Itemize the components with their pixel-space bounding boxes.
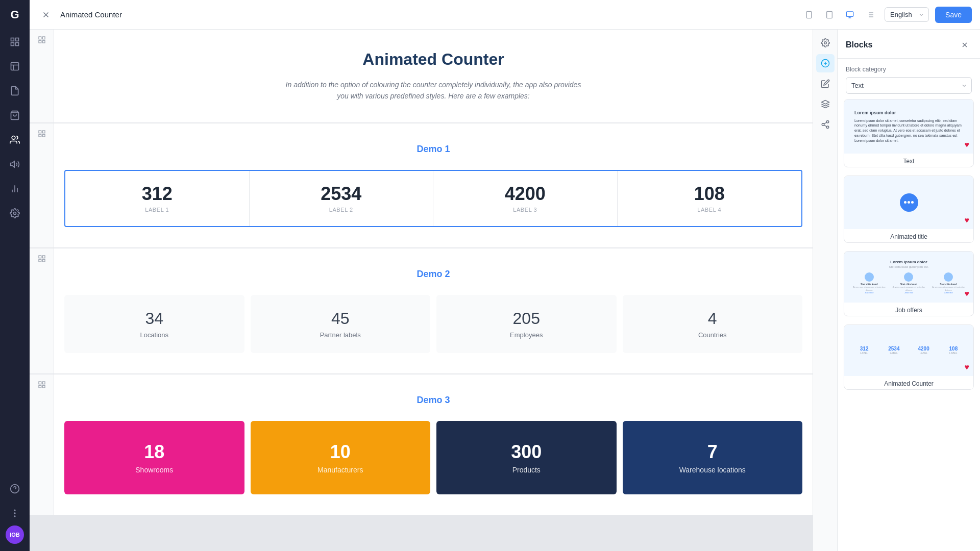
animated-counter-block-heart-icon[interactable]: ♥	[965, 363, 970, 372]
job-person-link-1[interactable]: Justo duo	[890, 291, 928, 294]
animated-title-block-heart-icon[interactable]: ♥	[965, 216, 970, 225]
job-preview-item-2: Stet clita kasd At vero eos et accusam e…	[929, 272, 967, 293]
svg-rect-43	[42, 259, 45, 262]
svg-rect-23	[846, 12, 853, 16]
blocks-panel-close-button[interactable]	[958, 38, 972, 52]
job-preview-item-0: Stet clita kasd At vero eos et accusam e…	[850, 272, 888, 293]
add-block-tool-button[interactable]	[816, 54, 835, 72]
layers-tool-button[interactable]	[816, 95, 835, 113]
job-offers-block-label: Job offers	[844, 303, 973, 316]
svg-point-11	[14, 212, 16, 215]
job-offers-block-heart-icon[interactable]: ♥	[965, 289, 970, 298]
share-tool-button[interactable]	[816, 115, 835, 134]
right-toolbar	[813, 30, 837, 551]
section-handle-demo3[interactable]	[30, 374, 54, 515]
demo2-content: Demo 2 34 Locations 45 Partner labels	[54, 248, 813, 373]
language-select[interactable]: English French Spanish	[885, 7, 929, 22]
dot-2	[908, 201, 910, 204]
job-avatar-icon-0	[865, 272, 874, 282]
svg-rect-21	[827, 11, 832, 18]
sidebar-item-help[interactable]	[0, 477, 30, 501]
counter-preview-label-1: LABEL	[880, 352, 908, 355]
job-preview-grid: Stet clita kasd At vero eos et accusam e…	[850, 272, 967, 293]
tablet-view-button[interactable]	[821, 7, 838, 23]
demo2-heading: Demo 2	[64, 269, 802, 280]
animated-title-block-preview: ♥	[844, 176, 973, 229]
demo3-heading: Demo 3	[64, 395, 802, 406]
close-button[interactable]	[38, 7, 54, 23]
job-person-link-2[interactable]: Justo duo	[929, 291, 967, 294]
demo1-label-2: LABEL 3	[513, 207, 537, 213]
animated-title-block-item[interactable]: ♥ Animated title	[844, 176, 974, 243]
desktop-view-button[interactable]	[842, 7, 858, 23]
sidebar-item-analytics[interactable]	[0, 177, 30, 201]
job-offers-block-item[interactable]: Lorem ipsum dolor Stet clita kasd guberg…	[844, 251, 974, 316]
text-block-item[interactable]: Lorem ipsum dolor Lorem ipsum dolor sit …	[844, 99, 974, 167]
dot-3	[911, 201, 914, 204]
svg-rect-3	[16, 43, 19, 46]
sidebar-item-marketing[interactable]	[0, 152, 30, 177]
blocks-panel-header: Blocks	[838, 30, 980, 59]
counter-preview-label-3: LABEL	[940, 352, 967, 355]
demo1-item-2: 4200 LABEL 3	[433, 171, 618, 226]
svg-rect-4	[11, 63, 19, 70]
job-person-desc-0: At vero eos et accusam et justo due dolo…	[850, 286, 888, 291]
animated-counter-block-item[interactable]: 312 LABEL 2534 LABEL 4200	[844, 324, 974, 390]
svg-rect-46	[39, 385, 41, 388]
demo1-value-3: 108	[628, 183, 792, 205]
job-person-link-0[interactable]: Justo duo	[850, 291, 888, 294]
job-person-desc-1: At vero eos et accusam et justo due dolo…	[890, 286, 928, 291]
block-category-select[interactable]: Text Images Layout Media Forms	[846, 77, 972, 94]
counter-preview-item-2: 4200 LABEL	[910, 346, 938, 355]
counter-preview-value-0: 312	[850, 346, 878, 352]
svg-point-55	[826, 126, 829, 129]
sidebar-item-products[interactable]	[0, 103, 30, 128]
edit-tool-button[interactable]	[816, 74, 835, 93]
text-block-label: Text	[844, 154, 973, 167]
list-view-button[interactable]	[862, 7, 878, 23]
animated-counter-block-label: Animated Counter	[844, 376, 973, 389]
svg-point-53	[826, 121, 829, 123]
svg-rect-42	[39, 259, 41, 262]
sidebar-item-layout[interactable]	[0, 54, 30, 79]
demo1-section: Demo 1 312 LABEL 1 2534 LABEL 2	[30, 123, 813, 247]
svg-rect-45	[42, 382, 45, 384]
section-handle-hero[interactable]	[30, 30, 54, 122]
sidebar-item-more[interactable]	[0, 501, 30, 525]
sidebar-item-settings[interactable]	[0, 201, 30, 226]
block-category-label: Block category	[846, 66, 972, 73]
counter-preview-value-3: 108	[940, 346, 967, 352]
demo2-item-1: 45 Partner labels	[251, 295, 431, 353]
sidebar-item-pages[interactable]	[0, 79, 30, 103]
svg-rect-19	[806, 11, 811, 18]
demo2-value-3: 4	[633, 309, 793, 328]
counter-preview-item-0: 312 LABEL	[850, 346, 878, 355]
save-button[interactable]: Save	[935, 7, 972, 23]
svg-rect-1	[16, 38, 19, 41]
mobile-view-button[interactable]	[801, 7, 817, 23]
demo3-content: Demo 3 18 Showrooms 10 Manufacturers	[54, 374, 813, 515]
demo3-label-2: Products	[447, 466, 606, 474]
settings-tool-button[interactable]	[816, 34, 835, 52]
svg-rect-44	[39, 382, 41, 384]
animated-title-preview-content	[850, 182, 967, 223]
job-offers-block-preview: Lorem ipsum dolor Stet clita kasd guberg…	[844, 252, 973, 303]
svg-rect-41	[42, 256, 45, 258]
block-category-section: Block category Text Images Layout Media …	[838, 59, 980, 99]
user-avatar[interactable]: IOB	[6, 525, 24, 544]
text-block-heart-icon[interactable]: ♥	[965, 140, 970, 149]
counter-preview-label-2: LABEL	[910, 352, 938, 355]
animated-counter-block-preview: 312 LABEL 2534 LABEL 4200	[844, 325, 973, 376]
blocks-panel-content: Blocks Block category Text Images Layout…	[838, 30, 980, 551]
demo1-content: Demo 1 312 LABEL 1 2534 LABEL 2	[54, 123, 813, 247]
counter-preview-label-0: LABEL	[850, 352, 878, 355]
sidebar-item-users[interactable]	[0, 128, 30, 152]
svg-marker-52	[821, 101, 829, 105]
animated-dots-icon	[900, 193, 918, 212]
hero-subtitle: In addition to the option of colouring t…	[280, 79, 586, 102]
section-handle-demo1[interactable]	[30, 123, 54, 247]
topbar: Animated Counter English French Spanish …	[30, 0, 980, 30]
section-handle-demo2[interactable]	[30, 248, 54, 373]
sidebar-item-dashboard[interactable]	[0, 30, 30, 54]
demo2-value-1: 45	[261, 309, 421, 328]
